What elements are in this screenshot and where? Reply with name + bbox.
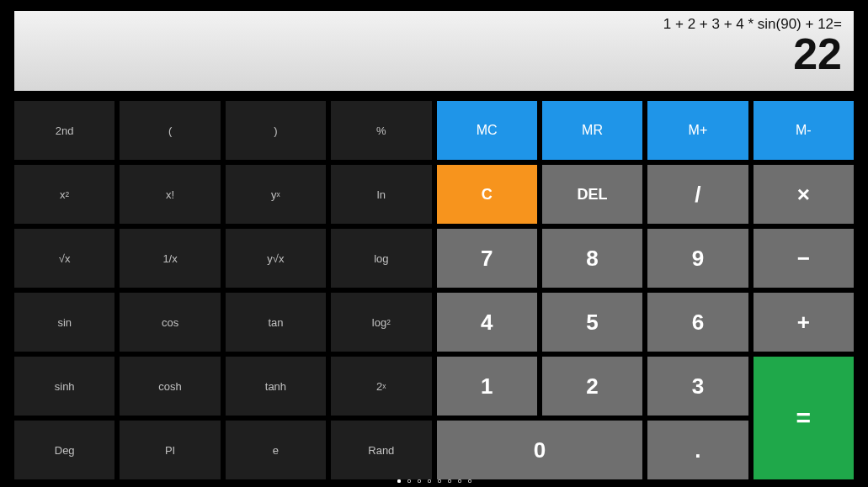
divide-button[interactable]: /	[647, 165, 748, 224]
digit-4-button[interactable]: 4	[437, 293, 537, 352]
display-area: 1 + 2 + 3 + 4 * sin(90) + 12= 22	[14, 11, 854, 91]
digit-5-button[interactable]: 5	[542, 293, 642, 352]
digit-2-button[interactable]: 2	[542, 357, 642, 416]
y-root-x-button[interactable]: y√x	[226, 229, 326, 288]
percent-button[interactable]: %	[331, 101, 431, 160]
pager-dot[interactable]	[397, 479, 401, 483]
digit-1-button[interactable]: 1	[437, 357, 537, 416]
xsq-exp: 2	[66, 190, 70, 199]
memory-clear-button[interactable]: MC	[437, 101, 537, 160]
plus-button[interactable]: +	[754, 293, 854, 352]
digit-3-button[interactable]: 3	[647, 357, 748, 416]
rand-button[interactable]: Rand	[331, 421, 431, 479]
equals-button[interactable]: =	[754, 357, 854, 479]
digit-8-button[interactable]: 8	[542, 229, 642, 288]
pager-dot[interactable]	[428, 479, 431, 483]
pager-dot[interactable]	[468, 479, 471, 483]
pager-dot[interactable]	[448, 479, 451, 483]
memory-minus-button[interactable]: M-	[754, 101, 854, 160]
pager-dot[interactable]	[418, 479, 421, 483]
pi-button[interactable]: PI	[120, 421, 220, 479]
twox-base: 2	[376, 380, 382, 393]
sin-button[interactable]: sin	[14, 293, 114, 352]
log2-button[interactable]: log2	[331, 293, 431, 352]
minus-button[interactable]: −	[754, 229, 854, 288]
cos-button[interactable]: cos	[120, 293, 220, 352]
digit-0-button[interactable]: 0	[437, 421, 643, 479]
factorial-button[interactable]: x!	[120, 165, 220, 224]
digit-7-button[interactable]: 7	[437, 229, 537, 288]
memory-plus-button[interactable]: M+	[647, 101, 748, 160]
y-pow-x-button[interactable]: yx	[226, 165, 326, 224]
result-text: 22	[19, 31, 842, 77]
pager-dot[interactable]	[407, 479, 411, 483]
digit-9-button[interactable]: 9	[647, 229, 748, 288]
multiply-button[interactable]: ×	[754, 165, 854, 224]
tan-button[interactable]: tan	[226, 293, 326, 352]
button-grid: 2nd ( ) % MC MR M+ M- x2 x! yx ln C DEL …	[14, 101, 854, 484]
right-paren-button[interactable]: )	[226, 101, 326, 160]
page-indicator	[397, 479, 471, 483]
e-button[interactable]: e	[226, 421, 326, 479]
twox-exp: x	[382, 382, 386, 390]
tanh-button[interactable]: tanh	[226, 357, 326, 416]
cosh-button[interactable]: cosh	[120, 357, 220, 416]
pager-dot[interactable]	[458, 479, 461, 483]
sinh-button[interactable]: sinh	[14, 357, 114, 416]
expression-text: 1 + 2 + 3 + 4 * sin(90) + 12=	[19, 16, 842, 33]
log2-sub: 2	[386, 318, 391, 326]
delete-button[interactable]: DEL	[542, 165, 642, 224]
second-button[interactable]: 2nd	[14, 101, 114, 160]
reciprocal-button[interactable]: 1/x	[120, 229, 220, 288]
pager-dot[interactable]	[438, 479, 441, 483]
decimal-button[interactable]: .	[647, 421, 748, 479]
left-paren-button[interactable]: (	[120, 101, 220, 160]
log-button[interactable]: log	[331, 229, 431, 288]
x-squared-button[interactable]: x2	[14, 165, 114, 224]
two-pow-x-button[interactable]: 2x	[331, 357, 431, 416]
memory-recall-button[interactable]: MR	[542, 101, 642, 160]
sqrt-button[interactable]: √x	[14, 229, 114, 288]
digit-6-button[interactable]: 6	[647, 293, 748, 352]
clear-button[interactable]: C	[437, 165, 537, 224]
log2-base: log	[372, 316, 386, 329]
ln-button[interactable]: ln	[331, 165, 431, 224]
ypowx-exp: x	[277, 190, 280, 199]
deg-button[interactable]: Deg	[14, 421, 114, 479]
